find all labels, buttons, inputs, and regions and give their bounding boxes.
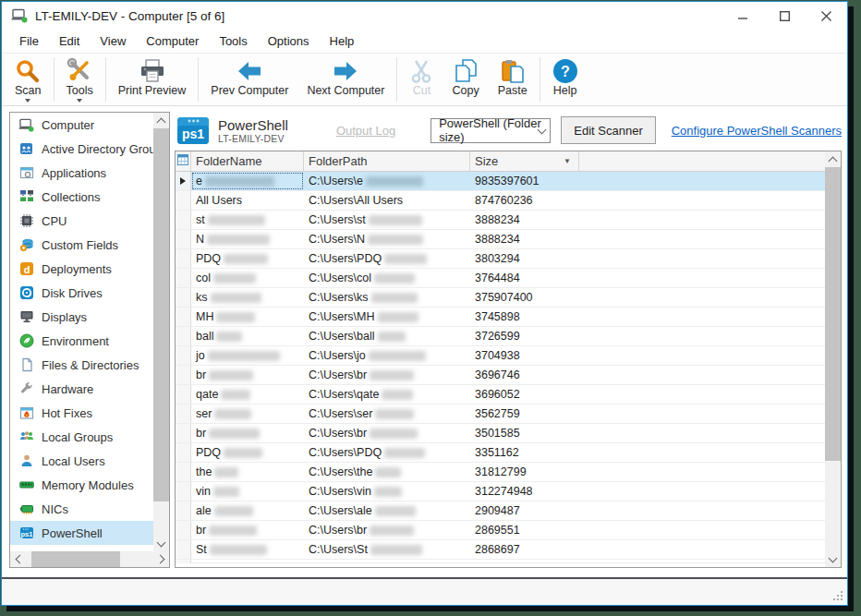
table-row[interactable]: vinC:\Users\vin312274948 [176, 482, 825, 501]
sidebar-item-hardware[interactable]: Hardware [10, 377, 153, 401]
cell-size: 312274948 [470, 482, 579, 501]
table-row[interactable]: brC:\Users\br3696746 [176, 366, 825, 385]
table-row[interactable]: stC:\Users\st3888234 [176, 211, 825, 230]
svg-text:?: ? [561, 64, 570, 79]
scroll-up-icon[interactable] [825, 151, 841, 167]
sidebar-item-deployments[interactable]: dDeployments [10, 257, 153, 281]
table-row[interactable]: aleC:\Users\ale2909487 [176, 501, 825, 521]
sidebar-item-custom-fields[interactable]: Custom Fields [10, 233, 153, 257]
menu-item-edit[interactable]: Edit [49, 30, 90, 52]
cell-filler [579, 482, 825, 501]
sidebar-item-memory-modules[interactable]: Memory Modules [10, 473, 153, 497]
redacted-text [371, 293, 418, 303]
table-row[interactable]: ballC:\Users\ball3726599 [176, 327, 825, 346]
current-row-icon [180, 177, 186, 185]
sidebar-item-environment[interactable]: Environment [10, 329, 153, 353]
cell-filler [579, 443, 825, 462]
column-header-folderpath[interactable]: FolderPath [304, 151, 470, 171]
table-row[interactable]: StC:\Users\St2868697 [176, 540, 825, 560]
cell-foldername: qate [191, 385, 304, 404]
cell-filler [579, 385, 825, 404]
table-row[interactable]: brC:\Users\br2869551 [176, 521, 825, 540]
print-preview-button[interactable]: Print Preview [109, 54, 196, 105]
sidebar-vertical-scrollbar[interactable] [153, 113, 169, 551]
help-button[interactable]: ?Help [543, 54, 588, 105]
menu-item-options[interactable]: Options [258, 30, 320, 52]
table-row[interactable]: PDQC:\Users\PDQ3803294 [176, 249, 825, 269]
sidebar-item-local-users[interactable]: Local Users [10, 449, 153, 473]
sidebar-item-nics[interactable]: NICs [10, 497, 153, 521]
sidebar-item-label: Custom Fields [42, 238, 118, 252]
redacted-text [216, 332, 242, 342]
table-row[interactable]: theC:\Users\the31812799 [176, 463, 825, 482]
sidebar-horizontal-scrollbar[interactable] [10, 551, 169, 567]
scrollbar-thumb[interactable] [31, 551, 120, 567]
table-row[interactable]: qateC:\Users\qate3696052 [176, 385, 825, 405]
select-all-cell[interactable] [176, 151, 191, 171]
table-row[interactable]: eC:\Users\e9835397601 [176, 172, 825, 191]
table-row[interactable]: NC:\Users\N3888234 [176, 230, 825, 249]
close-button[interactable] [806, 2, 847, 30]
cell-filler [579, 405, 825, 423]
sidebar-item-collections[interactable]: Collections [10, 185, 153, 209]
scroll-up-icon[interactable] [153, 113, 169, 128]
scrollbar-thumb[interactable] [825, 167, 841, 461]
prev-computer-button[interactable]: Prev Computer [201, 54, 297, 105]
minimize-button[interactable] [722, 2, 764, 30]
table-row[interactable]: ksC:\Users\ks375907400 [176, 288, 825, 308]
sidebar-item-hot-fixes[interactable]: Hot Fixes [10, 401, 153, 425]
sidebar-item-applications[interactable]: Applications [10, 161, 153, 185]
redacted-text [208, 351, 280, 361]
scan-button[interactable]: Scan [6, 54, 51, 105]
menu-item-view[interactable]: View [90, 30, 136, 52]
sidebar-item-powershell[interactable]: ps1PowerShell [10, 521, 153, 545]
sidebar-item-local-groups[interactable]: Local Groups [10, 425, 153, 449]
cell-filler [579, 191, 825, 210]
maximize-button[interactable] [764, 2, 806, 30]
redacted-text [224, 448, 262, 458]
cut-button: Cut [400, 54, 443, 105]
resize-grip-icon[interactable] [833, 591, 843, 600]
row-gutter [176, 346, 191, 365]
table-row[interactable]: All UsersC:\Users\All Users874760236 [176, 191, 825, 211]
row-gutter [176, 501, 191, 520]
next-computer-button[interactable]: Next Computer [297, 54, 394, 105]
menu-item-help[interactable]: Help [320, 30, 365, 52]
copy-button[interactable]: Copy [443, 54, 488, 105]
cell-filler [579, 172, 825, 190]
table-row[interactable]: colC:\Users\col3764484 [176, 269, 825, 288]
configure-powershell-scanners-link[interactable]: Configure PowerShell Scanners [672, 124, 842, 138]
menu-item-computer[interactable]: Computer [136, 30, 209, 52]
table-row[interactable]: serC:\Users\ser3562759 [176, 405, 825, 424]
column-header-foldername[interactable]: FolderName [191, 151, 304, 171]
table-row[interactable]: PDQC:\Users\PDQ3351162 [176, 443, 825, 463]
row-gutter [176, 443, 191, 462]
sidebar-item-displays[interactable]: Displays [10, 305, 153, 329]
cell-foldername: vin [191, 482, 304, 501]
menu-item-tools[interactable]: Tools [209, 30, 257, 52]
edit-scanner-button[interactable]: Edit Scanner [561, 116, 655, 144]
sidebar-item-partial[interactable] [10, 545, 153, 551]
tools-button[interactable]: Tools [57, 54, 103, 105]
column-header-size[interactable]: Size▼ [470, 151, 579, 171]
menu-item-file[interactable]: File [9, 30, 49, 52]
sidebar-item-active-directory-groups[interactable]: Active Directory Groups [10, 137, 153, 161]
redacted-text [384, 448, 425, 458]
row-gutter [176, 211, 191, 229]
scroll-right-icon[interactable] [153, 551, 169, 567]
grid-vertical-scrollbar[interactable] [825, 151, 841, 567]
scrollbar-thumb[interactable] [153, 128, 169, 501]
table-row[interactable]: MHC:\Users\MH3745898 [176, 308, 825, 327]
sidebar-item-disk-drives[interactable]: Disk Drives [10, 281, 153, 305]
scroll-down-icon[interactable] [153, 536, 169, 551]
paste-button[interactable]: Paste [489, 54, 537, 105]
scroll-left-icon[interactable] [10, 551, 26, 567]
sidebar-item-cpu[interactable]: CPU [10, 209, 153, 233]
table-row[interactable]: brC:\Users\br3501585 [176, 424, 825, 443]
table-row[interactable]: joC:\Users\jo3704938 [176, 346, 825, 366]
sidebar-item-computer[interactable]: Computer [10, 113, 153, 137]
scroll-down-icon[interactable] [825, 551, 841, 567]
scanner-select[interactable]: PowerShell (Folder size) [430, 118, 551, 143]
status-bar [2, 577, 847, 605]
sidebar-item-files-directories[interactable]: Files & Directories [10, 353, 153, 377]
